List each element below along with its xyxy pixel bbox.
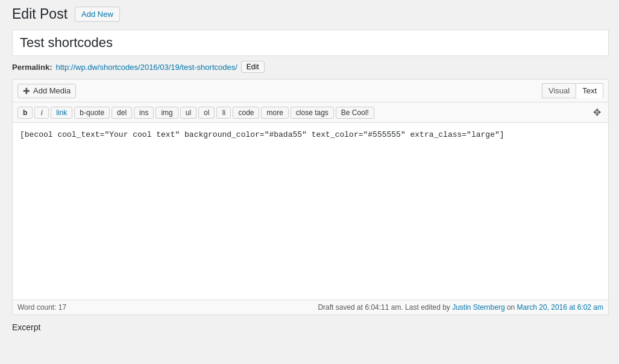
add-new-button[interactable]: Add New — [75, 7, 120, 22]
draft-author-link[interactable]: Justin Sternberg — [452, 303, 504, 312]
word-count-label: Word count: — [17, 303, 56, 312]
word-count: Word count: 17 — [17, 303, 66, 312]
editor-wrapper: ✚ Add Media Visual Text b i link b-quote… — [12, 79, 609, 315]
post-title-input[interactable] — [20, 35, 601, 51]
tab-text[interactable]: Text — [576, 83, 603, 98]
add-media-icon: ✚ — [23, 86, 30, 96]
visual-text-tabs: Visual Text — [542, 83, 603, 98]
permalink-row: Permalink: http://wp.dw/shortcodes/2016/… — [12, 61, 607, 73]
format-more-button[interactable]: more — [261, 107, 288, 119]
editor-content[interactable]: [becool cool_text="Your cool text" backg… — [13, 123, 608, 298]
format-code-button[interactable]: code — [233, 107, 259, 119]
add-media-button[interactable]: ✚ Add Media — [17, 84, 76, 98]
tab-visual[interactable]: Visual — [542, 83, 576, 98]
add-media-label: Add Media — [33, 86, 71, 95]
draft-saved-status: Draft saved at 6:04:11 am. Last edited b… — [318, 303, 603, 312]
format-img-button[interactable]: img — [156, 107, 178, 119]
permalink-label: Permalink: — [12, 63, 52, 72]
permalink-link[interactable]: http://wp.dw/shortcodes/2016/03/19/test-… — [55, 63, 237, 72]
format-toolbar: b i link b-quote del ins img ul ol li co… — [13, 102, 608, 123]
format-del-button[interactable]: del — [112, 107, 132, 119]
format-ins-button[interactable]: ins — [134, 107, 154, 119]
excerpt-section-label: Excerpt — [12, 322, 607, 332]
format-bquote-button[interactable]: b-quote — [74, 107, 110, 119]
excerpt-label-text: Excerpt — [12, 322, 40, 332]
format-close-tags-button[interactable]: close tags — [291, 107, 334, 119]
format-link-button[interactable]: link — [51, 107, 72, 119]
format-italic-button[interactable]: i — [34, 107, 49, 119]
format-be-cool-button[interactable]: Be Cool! — [336, 107, 374, 119]
format-ul-button[interactable]: ul — [180, 107, 196, 119]
post-title-box — [12, 30, 609, 56]
page-title: Edit Post — [12, 6, 68, 22]
format-bold-button[interactable]: b — [17, 107, 33, 119]
permalink-edit-button[interactable]: Edit — [241, 61, 265, 73]
format-li-button[interactable]: li — [216, 107, 231, 119]
word-count-value: 17 — [58, 303, 66, 312]
editor-toolbar-top: ✚ Add Media Visual Text — [13, 80, 608, 102]
format-ol-button[interactable]: ol — [198, 107, 215, 119]
expand-editor-button[interactable]: ✥ — [591, 105, 603, 119]
editor-footer: Word count: 17 Draft saved at 6:04:11 am… — [13, 300, 608, 315]
draft-date-link[interactable]: March 20, 2016 at 6:02 am — [517, 303, 603, 312]
